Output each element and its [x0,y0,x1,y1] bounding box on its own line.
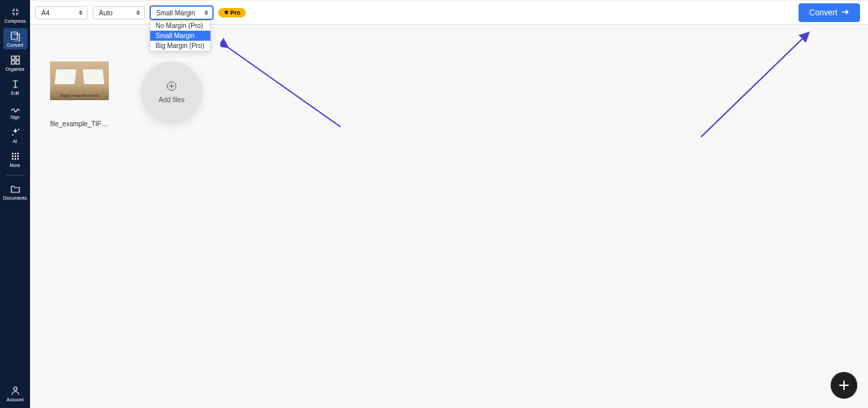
star-icon [224,9,229,16]
convert-button-label: Convert [809,8,837,17]
sidebar-label: Sign [10,115,19,120]
file-thumbnail: Tagged Image File Format [50,61,109,100]
pro-badge-label: Pro [230,9,240,16]
thumb-caption: Tagged Image File Format [50,93,109,97]
page-size-select[interactable]: A4 [35,6,87,19]
sidebar-label: Documents [3,196,27,200]
arrow-right-icon [841,8,849,17]
margin-value: Small Margin [156,9,195,17]
svg-rect-4 [16,61,19,64]
sidebar-divider [6,175,25,176]
main-area: Tagged Image File Format file_example_TI… [30,25,868,408]
margin-dropdown: No Margin (Pro) Small Margin Big Margin … [150,20,211,51]
person-icon [9,385,21,397]
file-tile[interactable]: Tagged Image File Format file_example_TI… [50,61,109,128]
sidebar-item-sign[interactable]: Sign [3,100,27,122]
grid-icon [9,150,21,162]
sidebar-item-account[interactable]: Account [3,383,27,404]
svg-point-6 [12,134,13,136]
sidebar-item-ai[interactable]: AI [3,124,27,146]
page-size-value: A4 [41,9,49,17]
select-arrows-icon [203,11,210,15]
svg-point-13 [11,158,13,160]
add-files-label: Add files [159,96,184,104]
sidebar-label: Convert [7,43,23,47]
ai-sparkle-icon [9,126,21,138]
margin-select[interactable]: Small Margin [150,6,213,19]
sidebar-item-compress[interactable]: Compress [3,4,27,25]
svg-point-14 [14,158,16,160]
select-arrows-icon [77,11,84,15]
folder-icon [9,183,21,195]
svg-point-5 [18,129,19,130]
svg-point-12 [17,156,19,158]
select-arrows-icon [135,11,142,15]
plus-circle-icon [167,81,176,91]
orientation-select[interactable]: Auto [93,6,145,19]
sidebar-item-documents[interactable]: Documents [3,181,27,202]
convert-button[interactable]: Convert [799,3,860,22]
sidebar-label: AI [13,139,17,144]
sidebar-item-more[interactable]: More [3,148,27,170]
compress-icon [9,6,21,18]
fab-add-button[interactable] [831,372,857,399]
sidebar-item-convert[interactable]: Convert [3,28,27,49]
svg-point-16 [13,387,17,391]
sidebar-label: Organize [5,67,24,71]
svg-rect-2 [16,56,19,59]
edit-icon [9,78,21,90]
margin-option-big-margin[interactable]: Big Margin (Pro) [150,41,210,51]
orientation-value: Auto [99,9,113,17]
convert-icon [9,30,21,42]
svg-rect-1 [11,56,15,59]
svg-point-10 [11,156,13,158]
margin-option-no-margin[interactable]: No Margin (Pro) [150,21,210,31]
sidebar-label: Edit [11,91,19,95]
svg-rect-3 [11,61,15,64]
svg-rect-0 [11,32,17,39]
add-files-button[interactable]: Add files [141,61,202,123]
organize-icon [9,54,21,66]
margin-option-small-margin[interactable]: Small Margin [150,31,210,41]
sign-icon [9,102,21,114]
sidebar-label: Account [7,397,23,402]
sidebar-label: More [10,163,21,168]
sidebar-label: Compress [5,19,26,23]
sidebar-item-edit[interactable]: Edit [3,76,27,97]
svg-point-8 [14,153,16,155]
sidebar: Compress Convert Organize Edit [0,0,30,408]
pro-badge: Pro [218,8,246,17]
svg-point-15 [17,158,19,160]
svg-point-11 [14,156,16,158]
file-name: file_example_TIFF_1… [50,120,109,128]
sidebar-item-organize[interactable]: Organize [3,52,27,73]
svg-point-7 [11,153,13,155]
svg-point-9 [17,153,19,155]
